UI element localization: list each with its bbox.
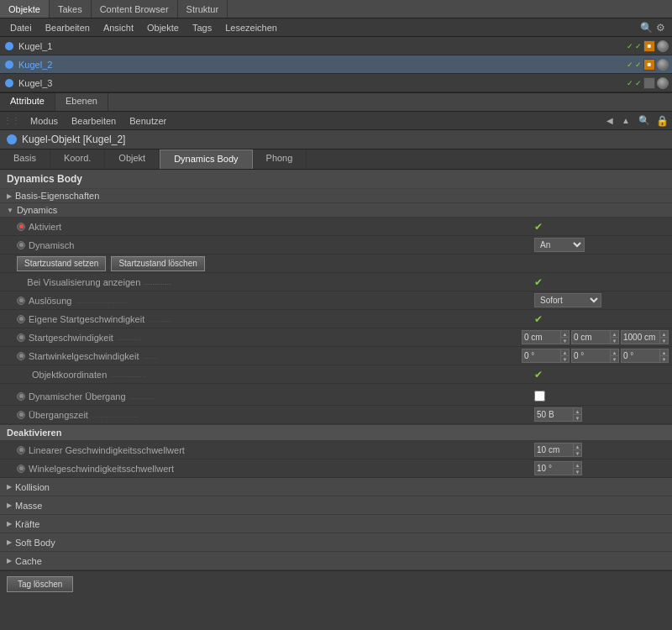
startwinkel-v1-input[interactable]: ▲▼ [522,349,570,363]
menu-lesezeichen[interactable]: Lesezeichen [218,21,284,34]
startgeschw-v2-input[interactable]: ▲▼ [571,330,619,344]
object-row-kugel2[interactable]: Kugel_2 ✓ ✓ ■ [0,55,672,74]
basis-eigenschaften-group[interactable]: ▶ Basis-Eigenschaften [0,189,672,203]
menu-objekte[interactable]: Objekte [140,21,186,34]
collapse-kollision[interactable]: ▶ Kollision [0,478,672,496]
prop-row-dyn-uebergang: Dynamischer Übergang ............ [0,387,672,406]
startgeschwindigkeit-label: Startgeschwindigkeit ............ [17,333,522,343]
eigene-start-radio[interactable] [17,315,25,323]
aktiviert-radio[interactable] [17,223,25,231]
arrow-up-icon[interactable]: ▲ [619,115,633,126]
object-title: Kugel-Objekt [Kugel_2] [22,134,125,145]
collapse-cache[interactable]: ▶ Cache [0,552,672,570]
triangle-cache: ▶ [7,557,12,564]
startwinkel-radio[interactable] [17,352,25,360]
uebergangszeit-radio[interactable] [17,411,25,419]
objects-list: Kugel_1 ✓ ✓ ■ Kugel_2 ✓ ✓ ■ Kugel_3 ✓ ✓ [0,37,672,93]
tag-icon: ■ [643,40,655,52]
tag-icon: ■ [643,59,655,71]
prop-row-eigene-start: Eigene Startgeschwindigkeit ........... … [0,310,672,328]
startgeschw-radio[interactable] [17,333,25,342]
prop-tab-dynamics-body[interactable]: Dynamics Body [160,150,252,169]
eigene-start-check[interactable]: ✔ [534,313,543,325]
winkel-radio[interactable] [17,465,25,473]
indent-spacer [17,277,24,286]
ausloesung-radio[interactable] [17,297,25,305]
prop-tab-koord[interactable]: Koord. [50,150,105,169]
tab-struktur[interactable]: Struktur [178,0,228,18]
linearer-radio[interactable] [17,446,25,454]
menu-bearbeiten[interactable]: Bearbeiten [39,21,97,34]
startzustand-loeschen-button[interactable]: Startzustand löschen [111,256,204,271]
ausloesung-label: Auslösung ......................... [17,296,534,306]
attr-tab-bar: Attribute Ebenen [0,93,672,112]
dynamisch-radio[interactable] [17,241,25,249]
prop-tab-objekt[interactable]: Objekt [105,150,160,169]
eigene-start-value: ✔ [534,313,669,325]
deaktivieren-properties: Linearer Geschwindigkeitsschwellwert ▲▼ … [0,441,672,478]
tab-ebenen[interactable]: Ebenen [55,93,108,111]
object-row-kugel1[interactable]: Kugel_1 ✓ ✓ ■ [0,37,672,55]
menu-bar: Datei Bearbeiten Ansicht Objekte Tags Le… [0,18,672,37]
tab-takes[interactable]: Takes [50,0,92,18]
triangle-kollision: ▶ [7,483,12,491]
dyn-uebergang-radio[interactable] [17,392,25,401]
objektkoord-value: ✔ [534,369,669,381]
dyn-uebergang-label: Dynamischer Übergang ............ [17,391,534,402]
search-icon[interactable]: 🔍 [640,22,653,34]
dots-bei: ............. [144,278,171,286]
arrow-left-icon[interactable]: ◀ [604,115,616,126]
check-icon: ✓ [627,60,633,69]
dyn-uebergang-checkbox[interactable] [534,391,545,402]
dynamics-properties: Aktiviert ✔ Dynamisch An Aus Startzustan… [0,218,672,424]
bei-vis-check[interactable]: ✔ [534,276,543,288]
prop-tab-basis[interactable]: Basis [0,150,50,169]
collapse-soft-body[interactable]: ▶ Soft Body [0,533,672,552]
linearer-input[interactable]: ▲▼ [534,443,582,457]
attr-menu-modus[interactable]: Modus [24,114,65,128]
menu-ansicht[interactable]: Ansicht [97,21,140,34]
object-icons: ✓ ✓ [627,77,669,89]
menu-tags[interactable]: Tags [186,21,218,34]
kollision-label: Kollision [15,482,50,492]
prop-tab-phong[interactable]: Phong [253,150,307,169]
startwinkel-v3-input[interactable]: ▲▼ [621,349,669,363]
attr-menu-benutzer[interactable]: Benutzer [123,114,173,128]
tab-objekte[interactable]: Objekte [0,0,50,18]
settings-icon[interactable]: ⚙ [656,22,665,34]
dynamisch-dropdown[interactable]: An Aus [534,238,585,252]
prop-row-linearer: Linearer Geschwindigkeitsschwellwert ▲▼ [0,441,672,459]
prop-row-ausloesung: Auslösung ......................... Sofo… [0,291,672,310]
prop-row-winkel: Winkelgeschwindigkeitsschwellwert ▲▼ [0,459,672,478]
tab-attribute[interactable]: Attribute [0,93,55,111]
soft-body-label: Soft Body [15,538,55,548]
prop-row-startwinkel: Startwinkelgeschwindigkeit ....... ▲▼ ▲▼… [0,347,672,365]
objektkoord-check[interactable]: ✔ [534,369,543,381]
collapse-kraefte[interactable]: ▶ Kräfte [0,515,672,533]
collapse-masse[interactable]: ▶ Masse [0,496,672,515]
prop-row-uebergangszeit: Übergangszeit ...................... ▲▼ [0,406,672,424]
attr-toolbar: ⋮⋮ Modus Bearbeiten Benutzer ◀ ▲ 🔍 🔒 [0,112,672,130]
aktiviert-value: ✔ [534,221,669,233]
menu-datei[interactable]: Datei [3,21,39,34]
search-small-icon[interactable]: 🔍 [636,114,653,127]
startzustand-setzen-button[interactable]: Startzustand setzen [17,256,106,271]
ausloesung-dropdown[interactable]: Sofort [534,293,601,307]
startgeschw-v3-input[interactable]: ▲▼ [621,330,669,344]
aktiviert-check[interactable]: ✔ [534,221,543,233]
winkel-input[interactable]: ▲▼ [534,461,582,475]
grip-icon: ⋮⋮ [3,116,20,125]
startwinkel-v2-input[interactable]: ▲▼ [571,349,619,363]
attr-menu-bearbeiten[interactable]: Bearbeiten [65,114,123,128]
uebergangszeit-value: ▲▼ [534,407,669,422]
tab-content-browser[interactable]: Content Browser [92,0,178,18]
dynamics-group[interactable]: ▼ Dynamics [0,203,672,218]
object-row-kugel3[interactable]: Kugel_3 ✓ ✓ [0,74,672,92]
startwinkel-value: ▲▼ ▲▼ ▲▼ [522,349,669,363]
uebergangszeit-input[interactable]: ▲▼ [534,407,582,422]
check-icon2: ✓ [635,42,642,50]
triangle-down-icon: ▼ [7,207,13,214]
tag-loeschen-button[interactable]: Tag löschen [7,576,73,592]
startgeschw-v1-input[interactable]: ▲▼ [522,330,570,344]
lock-icon[interactable]: 🔒 [656,115,669,127]
